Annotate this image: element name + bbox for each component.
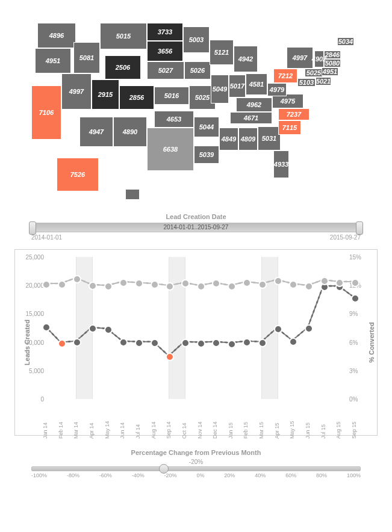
state-ar[interactable]: 5044 xyxy=(194,117,219,137)
state-fl[interactable]: 4933 xyxy=(273,150,289,178)
state-vt[interactable]: 5034 xyxy=(337,37,354,46)
data-point[interactable] xyxy=(181,339,190,347)
leads-chart: Leads Created % Converted 05,00010,00015… xyxy=(14,249,378,436)
state-wy[interactable]: 2506 xyxy=(105,55,141,79)
state-ak[interactable]: 7526 xyxy=(57,158,99,191)
pct-slider-value: -20% xyxy=(31,459,361,465)
date-slider-max: 2015-09-27 xyxy=(330,234,361,241)
state-nv[interactable]: 4997 xyxy=(61,73,92,110)
data-point[interactable] xyxy=(274,325,282,333)
date-slider-range-label: 2014-01-01..2015-09-27 xyxy=(32,223,360,232)
state-ks[interactable]: 5016 xyxy=(154,87,189,105)
data-point[interactable] xyxy=(151,280,159,289)
pct-slider-track[interactable] xyxy=(31,466,361,471)
data-point[interactable] xyxy=(197,282,205,291)
state-ia[interactable]: 5026 xyxy=(184,61,211,79)
data-point[interactable] xyxy=(258,339,267,347)
state-sd[interactable]: 3656 xyxy=(147,41,183,61)
data-point[interactable] xyxy=(197,339,205,348)
state-nj[interactable]: 5021 xyxy=(316,77,331,85)
x-axis-ticks: Jan 14Feb 14Mar 14Apr 14May 14Jun 14Jul … xyxy=(45,401,354,433)
data-point[interactable] xyxy=(73,275,81,283)
data-point[interactable] xyxy=(73,338,81,347)
state-md[interactable]: 5103 xyxy=(297,78,316,87)
data-point[interactable] xyxy=(104,326,113,334)
state-nm[interactable]: 4890 xyxy=(113,117,147,147)
data-point[interactable] xyxy=(305,324,313,333)
date-slider-handle-right[interactable] xyxy=(356,221,363,235)
data-point[interactable] xyxy=(351,279,359,287)
state-ny[interactable]: 4997 xyxy=(287,47,313,69)
state-ct[interactable]: 4951 xyxy=(322,67,338,76)
state-hi[interactable] xyxy=(125,189,140,200)
state-or[interactable]: 4951 xyxy=(35,48,71,73)
state-mn[interactable]: 5003 xyxy=(183,26,210,53)
state-mi[interactable]: 4942 xyxy=(234,46,258,72)
date-slider-min: 2014-01-01 xyxy=(31,234,62,241)
data-point[interactable] xyxy=(274,277,282,285)
state-mt[interactable]: 5015 xyxy=(100,23,147,49)
date-slider-track[interactable]: 2014-01-01..2015-09-27 xyxy=(31,223,361,232)
pct-slider: Percentage Change from Previous Month -2… xyxy=(31,449,361,478)
state-id[interactable]: 5081 xyxy=(73,42,100,73)
state-nc[interactable]: 7237 xyxy=(278,108,310,120)
state-nd[interactable]: 3733 xyxy=(147,23,183,41)
state-al[interactable]: 4809 xyxy=(238,128,258,150)
date-slider-title: Lead Creation Date xyxy=(31,213,361,220)
state-az[interactable]: 4947 xyxy=(79,117,113,147)
data-point[interactable] xyxy=(151,339,159,347)
state-il[interactable]: 5049 xyxy=(211,75,229,104)
state-ca[interactable]: 7106 xyxy=(31,85,61,140)
state-ut[interactable]: 2915 xyxy=(92,79,119,110)
state-wi[interactable]: 5121 xyxy=(210,40,234,65)
pct-slider-handle[interactable] xyxy=(159,464,169,474)
data-point[interactable] xyxy=(104,282,113,291)
data-point[interactable] xyxy=(228,282,236,291)
state-in[interactable]: 5017 xyxy=(229,75,246,97)
data-point[interactable] xyxy=(58,280,66,289)
data-point[interactable] xyxy=(135,339,143,347)
data-point[interactable] xyxy=(351,294,359,303)
state-de[interactable]: 5025 xyxy=(305,69,323,77)
data-point[interactable] xyxy=(228,340,236,348)
plot-area[interactable] xyxy=(45,257,354,399)
data-point[interactable] xyxy=(58,339,66,348)
state-tx[interactable]: 6638 xyxy=(147,128,194,171)
data-point[interactable] xyxy=(119,338,128,347)
data-point[interactable] xyxy=(89,324,97,333)
data-point[interactable] xyxy=(42,280,51,289)
state-tn[interactable]: 4671 xyxy=(230,112,272,124)
state-ms[interactable]: 4849 xyxy=(219,128,238,150)
state-wa[interactable]: 4896 xyxy=(37,23,76,48)
state-nh[interactable]: 4902 xyxy=(314,51,324,67)
date-slider: Lead Creation Date 2014-01-01..2015-09-2… xyxy=(31,213,361,241)
date-slider-handle-left[interactable] xyxy=(29,221,36,235)
state-ky[interactable]: 4962 xyxy=(236,97,272,112)
state-ne[interactable]: 5027 xyxy=(147,61,184,79)
state-sc[interactable]: 7115 xyxy=(278,120,301,135)
state-ga[interactable]: 5031 xyxy=(258,126,281,150)
state-la[interactable]: 5039 xyxy=(194,146,219,164)
data-point[interactable] xyxy=(320,277,329,285)
state-co[interactable]: 2856 xyxy=(119,85,154,110)
data-point[interactable] xyxy=(89,282,97,290)
pct-slider-ticks: -100%-80%-60%-40%-20%0%20%40%60%80%100% xyxy=(31,472,361,478)
state-pa[interactable]: 7212 xyxy=(273,69,297,83)
us-choropleth-map[interactable]: 4896495150815015250649977106291528564947… xyxy=(13,8,379,207)
state-ok[interactable]: 4653 xyxy=(154,111,194,128)
pct-slider-title: Percentage Change from Previous Month xyxy=(31,449,361,456)
state-oh[interactable]: 4581 xyxy=(246,73,267,95)
y-axis-ticks: 05,00010,00015,00020,00025,000 xyxy=(17,257,44,399)
data-point[interactable] xyxy=(212,339,220,347)
state-wv[interactable]: 4979 xyxy=(267,83,287,96)
